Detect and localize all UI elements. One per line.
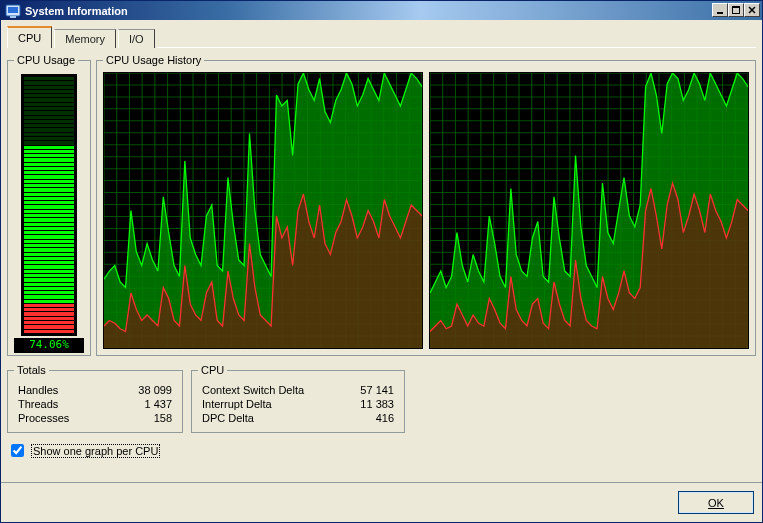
ok-button[interactable]: OK bbox=[678, 491, 754, 514]
cpu-usage-meter bbox=[21, 74, 77, 336]
tab-label: Memory bbox=[65, 33, 105, 45]
cpu-info-label: Context Switch Delta bbox=[202, 384, 304, 396]
client-area: CPU Memory I/O CPU Usage 74.06% CPU Usag… bbox=[1, 20, 762, 482]
totals-value: 38 099 bbox=[138, 384, 172, 396]
maximize-button[interactable] bbox=[728, 3, 744, 17]
show-one-graph-row: Show one graph per CPU bbox=[7, 441, 756, 460]
tab-underline bbox=[157, 47, 756, 48]
totals-row: Threads1 437 bbox=[18, 398, 172, 410]
totals-group: Totals Handles38 099Threads1 437Processe… bbox=[7, 364, 183, 433]
svg-rect-5 bbox=[732, 6, 740, 8]
svg-rect-1 bbox=[8, 7, 18, 13]
cpu-info-value: 11 383 bbox=[360, 398, 394, 410]
totals-value: 158 bbox=[154, 412, 172, 424]
tab-io[interactable]: I/O bbox=[118, 29, 155, 48]
totals-row: Handles38 099 bbox=[18, 384, 172, 396]
totals-value: 1 437 bbox=[144, 398, 172, 410]
tab-cpu[interactable]: CPU bbox=[7, 26, 52, 48]
totals-label: Processes bbox=[18, 412, 69, 424]
cpu-info-value: 57 141 bbox=[360, 384, 394, 396]
window-title: System Information bbox=[25, 5, 128, 17]
show-one-graph-checkbox[interactable] bbox=[11, 444, 24, 457]
titlebar: System Information bbox=[1, 1, 762, 20]
cpu-usage-value: 74.06% bbox=[14, 338, 84, 353]
ok-button-label: OK bbox=[708, 497, 724, 509]
minimize-button[interactable] bbox=[712, 3, 728, 17]
cpu-history-group: CPU Usage History bbox=[96, 54, 756, 356]
cpu-info-label: Interrupt Delta bbox=[202, 398, 272, 410]
close-button[interactable] bbox=[744, 3, 760, 17]
totals-label: Handles bbox=[18, 384, 58, 396]
totals-row: Processes158 bbox=[18, 412, 172, 424]
cpu-history-graph-0 bbox=[103, 72, 423, 349]
cpu-info-row: Interrupt Delta11 383 bbox=[202, 398, 394, 410]
window: System Information CPU Memory I/O bbox=[0, 0, 763, 523]
tab-memory[interactable]: Memory bbox=[54, 29, 116, 48]
graphs-row: CPU Usage 74.06% CPU Usage History bbox=[7, 54, 756, 356]
window-controls bbox=[712, 3, 760, 17]
cpu-usage-group: CPU Usage 74.06% bbox=[7, 54, 91, 356]
totals-label: Threads bbox=[18, 398, 58, 410]
cpu-info-row: DPC Delta416 bbox=[202, 412, 394, 424]
cpu-history-graph-1 bbox=[429, 72, 749, 349]
cpu-info-group: CPU Context Switch Delta57 141Interrupt … bbox=[191, 364, 405, 433]
tab-label: CPU bbox=[18, 32, 41, 44]
cpu-info-row: Context Switch Delta57 141 bbox=[202, 384, 394, 396]
svg-rect-2 bbox=[10, 16, 16, 18]
cpu-info-legend: CPU bbox=[198, 364, 227, 376]
cpu-history-legend: CPU Usage History bbox=[103, 54, 204, 66]
totals-legend: Totals bbox=[14, 364, 49, 376]
svg-rect-3 bbox=[717, 12, 723, 14]
tab-label: I/O bbox=[129, 33, 144, 45]
footer: OK bbox=[1, 482, 762, 522]
cpu-info-label: DPC Delta bbox=[202, 412, 254, 424]
tab-strip: CPU Memory I/O bbox=[7, 26, 756, 48]
show-one-graph-label[interactable]: Show one graph per CPU bbox=[31, 444, 160, 458]
cpu-usage-legend: CPU Usage bbox=[14, 54, 78, 66]
info-row: Totals Handles38 099Threads1 437Processe… bbox=[7, 364, 756, 433]
cpu-info-value: 416 bbox=[376, 412, 394, 424]
app-icon bbox=[5, 3, 21, 19]
